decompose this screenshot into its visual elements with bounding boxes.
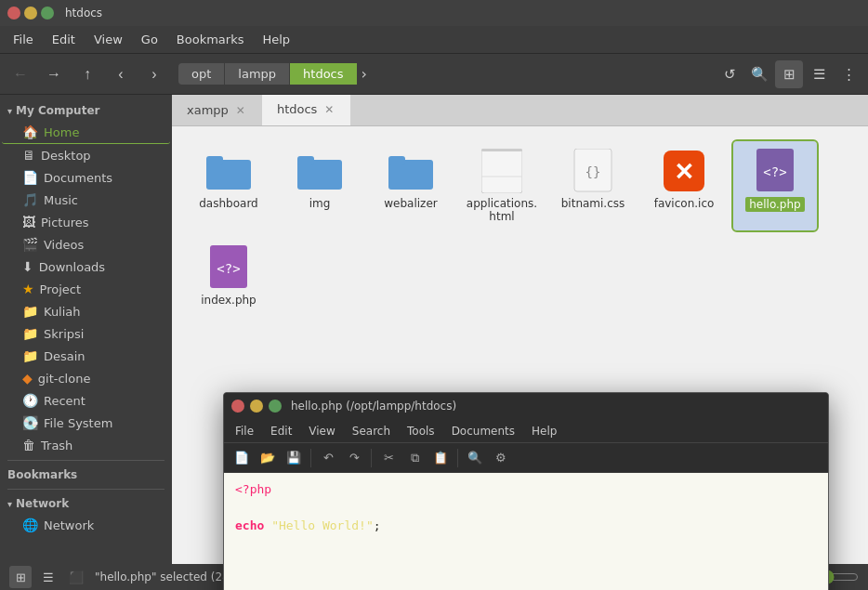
editor-menu-edit[interactable]: Edit	[263, 423, 299, 439]
editor-minimize-button[interactable]	[250, 400, 263, 413]
divider-network	[7, 489, 164, 490]
list-view-button[interactable]: ☰	[805, 60, 833, 88]
file-item-index-php[interactable]: <?> index.php	[187, 238, 270, 314]
editor-menu-documents[interactable]: Documents	[444, 423, 522, 439]
up-button[interactable]: ↑	[72, 59, 102, 89]
editor-maximize-button[interactable]	[269, 400, 282, 413]
tab-xampp[interactable]: xampp ✕	[172, 95, 262, 125]
sidebar-label-documents: Documents	[44, 171, 112, 185]
sidebar-item-documents[interactable]: 📄 Documents	[2, 166, 170, 189]
my-computer-section[interactable]: ▾ My Computer	[0, 100, 172, 121]
tab-htdocs-close[interactable]: ✕	[322, 103, 335, 116]
minimize-button[interactable]	[24, 7, 37, 20]
file-item-webalizer[interactable]: webalizer	[369, 141, 453, 230]
sidebar-item-skripsi[interactable]: 📁 Skripsi	[2, 322, 170, 345]
editor-save-button[interactable]: 💾	[282, 446, 306, 470]
editor-sep3	[457, 449, 458, 467]
sidebar-item-desain[interactable]: 📁 Desain	[2, 345, 170, 367]
file-name-index-php: index.php	[201, 294, 256, 307]
sidebar-label-kuliah: Kuliah	[44, 305, 81, 319]
file-name-favicon-ico: favicon.ico	[654, 197, 715, 210]
reload-button[interactable]: ↺	[716, 60, 743, 88]
editor-undo-button[interactable]: ↶	[316, 446, 340, 470]
editor-close-button[interactable]	[231, 400, 244, 413]
sidebar-item-network[interactable]: 🌐 Network	[2, 514, 170, 536]
editor-open-button[interactable]: 📂	[256, 446, 280, 470]
editor-menu-view[interactable]: View	[301, 423, 342, 439]
svg-rect-3	[297, 156, 314, 165]
prev-button[interactable]: ‹	[106, 59, 136, 89]
editor-paste-button[interactable]: 📋	[428, 446, 453, 470]
network-section-label: Network	[16, 497, 69, 510]
sidebar-item-downloads[interactable]: ⬇ Downloads	[2, 256, 170, 278]
sidebar-item-git-clone[interactable]: ◆ git-clone	[2, 367, 170, 389]
menu-bookmarks[interactable]: Bookmarks	[167, 29, 254, 50]
editor-menu-file[interactable]: File	[228, 423, 261, 439]
network-icon: 🌐	[22, 518, 38, 532]
menu-view[interactable]: View	[85, 29, 132, 50]
tab-htdocs[interactable]: htdocs ✕	[262, 95, 351, 125]
file-item-img[interactable]: img	[278, 141, 362, 230]
svg-rect-7	[481, 149, 522, 151]
sidebar-label-downloads: Downloads	[39, 260, 105, 274]
sidebar-label-desktop: Desktop	[41, 149, 91, 163]
editor-cut-button[interactable]: ✂	[376, 446, 401, 470]
breadcrumb-htdocs[interactable]: htdocs	[290, 63, 357, 85]
maximize-button[interactable]	[41, 7, 54, 20]
file-item-dashboard[interactable]: dashboard	[187, 141, 270, 230]
back-button[interactable]: ←	[6, 59, 35, 89]
file-name-webalizer: webalizer	[384, 197, 437, 210]
editor-redo-button[interactable]: ↷	[342, 446, 366, 470]
filesystem-icon: 💽	[22, 415, 38, 430]
sidebar-item-videos[interactable]: 🎬 Videos	[2, 233, 170, 256]
editor-copy-button[interactable]: ⧉	[402, 446, 427, 470]
sidebar-item-kuliah[interactable]: 📁 Kuliah	[2, 300, 170, 322]
sidebar-item-recent[interactable]: 🕐 Recent	[2, 389, 170, 412]
file-item-applications-html[interactable]: applications.html	[460, 141, 544, 230]
status-panel-view[interactable]: ⬛	[65, 566, 87, 588]
search-button[interactable]: 🔍	[745, 60, 773, 88]
file-item-favicon-ico[interactable]: ✕ favicon.ico	[642, 141, 726, 230]
sidebar-item-home[interactable]: 🏠 Home	[2, 121, 170, 144]
editor-menu-tools[interactable]: Tools	[400, 423, 442, 439]
breadcrumb-lampp[interactable]: lampp	[225, 63, 290, 85]
svg-text:<?>: <?>	[217, 261, 240, 276]
file-item-bitnami-css[interactable]: {} bitnami.css	[551, 141, 635, 230]
sidebar-label-skripsi: Skripsi	[44, 327, 84, 341]
editor-content[interactable]: <?php echo "Hello World!";	[224, 473, 828, 590]
sidebar-item-music[interactable]: 🎵 Music	[2, 189, 170, 211]
menu-help[interactable]: Help	[253, 29, 299, 50]
more-button[interactable]: ⋮	[835, 60, 862, 88]
bookmarks-section[interactable]: Bookmarks	[0, 465, 172, 485]
breadcrumb-opt[interactable]: opt	[178, 63, 225, 85]
editor-search-button[interactable]: 🔍	[463, 446, 487, 470]
svg-text:<?>: <?>	[763, 164, 786, 179]
menu-go[interactable]: Go	[132, 29, 167, 50]
status-grid-view[interactable]: ⊞	[9, 566, 32, 588]
editor-menu-search[interactable]: Search	[345, 423, 398, 439]
editor-menu-help[interactable]: Help	[524, 423, 564, 439]
sidebar-item-pictures[interactable]: 🖼 Pictures	[2, 211, 170, 233]
grid-view-button[interactable]: ⊞	[775, 60, 803, 88]
svg-text:{}: {}	[585, 164, 601, 179]
my-computer-label: My Computer	[16, 104, 99, 117]
sidebar-item-filesystem[interactable]: 💽 File System	[2, 412, 170, 434]
sidebar-item-trash[interactable]: 🗑 Trash	[2, 434, 170, 456]
file-item-hello-php[interactable]: <?> hello.php	[733, 141, 817, 230]
sidebar-item-desktop[interactable]: 🖥 Desktop	[2, 144, 170, 166]
status-list-view[interactable]: ☰	[37, 566, 59, 588]
sidebar-label-filesystem: File System	[44, 416, 112, 430]
close-button[interactable]	[7, 7, 20, 20]
editor-tools-button[interactable]: ⚙	[489, 446, 513, 470]
editor-new-button[interactable]: 📄	[230, 446, 254, 470]
next-button[interactable]: ›	[139, 59, 169, 89]
sidebar-item-project[interactable]: ★ Project	[2, 278, 170, 300]
network-section[interactable]: ▾ Network	[0, 493, 172, 514]
sidebar-label-project: Project	[40, 282, 81, 296]
desktop-icon: 🖥	[22, 148, 35, 163]
skripsi-icon: 📁	[22, 326, 38, 341]
menu-file[interactable]: File	[4, 29, 43, 50]
forward-button[interactable]: →	[39, 59, 69, 89]
menu-edit[interactable]: Edit	[43, 29, 85, 50]
tab-xampp-close[interactable]: ✕	[234, 104, 247, 117]
